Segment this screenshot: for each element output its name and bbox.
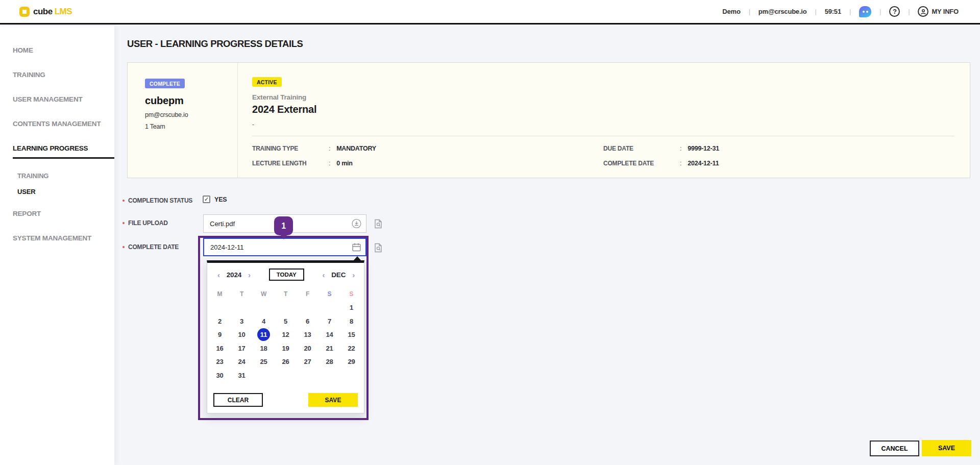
detail-colon: : [329,145,330,152]
sidebar-item-system-management[interactable]: SYSTEM MANAGEMENT [13,234,114,242]
calendar-day[interactable]: 8 [340,314,362,328]
my-info-label: MY INFO [932,8,959,15]
detail-row: TRAINING TYPE:MANDATORY [252,145,603,152]
next-month-icon[interactable]: › [352,271,355,279]
summary-card: COMPLETE cubepm pm@crscube.io 1 Team ACT… [127,62,970,178]
calendar-day[interactable]: 24 [231,355,253,369]
yes-checkbox-label: YES [214,196,227,203]
save-button[interactable]: SAVE [922,440,971,456]
calendar-day[interactable]: 14 [318,328,340,342]
calendar-day[interactable]: 18 [253,341,275,355]
prev-month-icon[interactable]: ‹ [322,271,325,279]
calendar-day[interactable]: 16 [209,341,231,355]
user-status-badge: COMPLETE [145,79,185,88]
user-name: cubepm [145,95,237,107]
training-subtitle: - [252,121,954,128]
calendar-day[interactable]: 17 [231,341,253,355]
calendar-day[interactable]: 26 [275,355,297,369]
training-title: 2024 External [252,104,954,115]
today-button[interactable]: TODAY [269,268,304,281]
detail-label: DUE DATE [603,145,680,152]
yes-checkbox[interactable]: ✓ [203,195,210,203]
calendar-day[interactable]: 19 [275,341,297,355]
calendar-day-empty [318,369,340,382]
completion-status-field: ✓ YES [203,195,227,203]
cancel-button[interactable]: CANCEL [870,440,919,456]
sidebar-item-user-management[interactable]: USER MANAGEMENT [13,95,114,103]
calendar-day[interactable]: 6 [297,314,318,328]
calendar-day[interactable]: 12 [275,328,297,342]
calendar-day[interactable]: 10 [231,328,253,342]
weekday-label: F [297,287,318,301]
header-user-menu: Demo | pm@crscube.io | 59:51 | | ? | MY … [722,6,959,17]
calendar-day[interactable]: 25 [253,355,275,369]
calendar-day[interactable]: 28 [318,355,340,369]
weekday-label: W [253,287,275,301]
calendar-day[interactable]: 30 [209,369,231,382]
user-team: 1 Team [145,123,237,130]
active-section-underline [13,157,114,159]
page-title: USER - LEARNING PROGRESS DETAILS [127,38,303,50]
completion-status-label: COMPLETION STATUS [122,197,192,204]
file-audit-trail-icon[interactable] [373,218,383,229]
sidebar-item-user[interactable]: USER [17,188,114,195]
calendar-day[interactable]: 7 [318,314,340,328]
prev-year-icon[interactable]: ‹ [217,271,220,279]
calendar-day[interactable]: 27 [297,355,318,369]
calendar-day-selected[interactable]: 11 [257,328,270,341]
calendar-day-empty [275,369,297,382]
calendar-day-empty [340,369,362,382]
sidebar-item-learning-progress[interactable]: LEARNING PROGRESS [13,144,114,152]
sidebar-item-training[interactable]: TRAINING [17,172,114,180]
calendar-day[interactable]: 31 [231,369,253,382]
calendar-day[interactable]: 20 [297,341,318,355]
detail-value: 9999-12-31 [688,145,719,152]
required-marker [122,222,125,224]
calendar-day[interactable]: 3 [231,314,253,328]
weekday-label: T [275,287,297,301]
detail-label: LECTURE LENGTH [252,160,329,167]
sidebar-nav: HOMETRAININGUSER MANAGEMENTCONTENTS MANA… [0,26,114,465]
calendar-day[interactable]: 21 [318,341,340,355]
cubelms-logo[interactable]: cube LMS [19,7,72,17]
environment-label: Demo [722,8,740,15]
next-year-icon[interactable]: › [248,271,251,279]
weekday-label: M [209,287,231,301]
top-header: cube LMS Demo | pm@crscube.io | 59:51 | … [0,0,980,25]
calendar-icon[interactable] [352,242,361,252]
detail-colon: : [680,160,681,167]
sidebar-item-training[interactable]: TRAINING [13,71,114,79]
sidebar-item-report[interactable]: REPORT [13,210,114,217]
date-audit-trail-icon[interactable] [373,242,383,253]
complete-date-input[interactable] [203,238,366,256]
datepicker-header: ‹ 2024 › TODAY ‹ DEC › [207,263,364,281]
calendar-day[interactable]: 23 [209,355,231,369]
chatbot-icon[interactable] [859,6,871,17]
calendar-day[interactable]: 22 [340,341,362,355]
calendar-day[interactable]: 2 [209,314,231,328]
calendar-day[interactable]: 4 [253,314,275,328]
required-marker [122,200,125,202]
calendar-day-empty [209,301,231,315]
detail-value: 2024-12-11 [688,160,719,167]
clear-button[interactable]: CLEAR [213,393,263,407]
training-status-badge: ACTIVE [252,77,282,87]
sidebar-item-home[interactable]: HOME [13,46,114,54]
datepicker-save-button[interactable]: SAVE [308,393,358,407]
calendar-day[interactable]: 5 [275,314,297,328]
calendar-day[interactable]: 1 [340,301,362,315]
calendar-day[interactable]: 15 [340,328,362,342]
help-icon[interactable]: ? [889,6,900,17]
my-info-button[interactable]: MY INFO [918,6,959,17]
popup-caret-icon [353,256,361,261]
weekday-label: T [231,287,253,301]
calendar-day[interactable]: 29 [340,355,362,369]
session-timer: 59:51 [825,8,841,15]
complete-date-field [203,238,366,256]
detail-row: LECTURE LENGTH:0 min [252,160,603,167]
datepicker-popup: ‹ 2024 › TODAY ‹ DEC › MTWTFSS1234567891… [207,260,364,413]
download-icon[interactable] [352,219,361,229]
calendar-day[interactable]: 13 [297,328,318,342]
sidebar-item-contents-management[interactable]: CONTENTS MANAGEMENT [13,120,114,128]
calendar-day[interactable]: 9 [209,328,231,342]
